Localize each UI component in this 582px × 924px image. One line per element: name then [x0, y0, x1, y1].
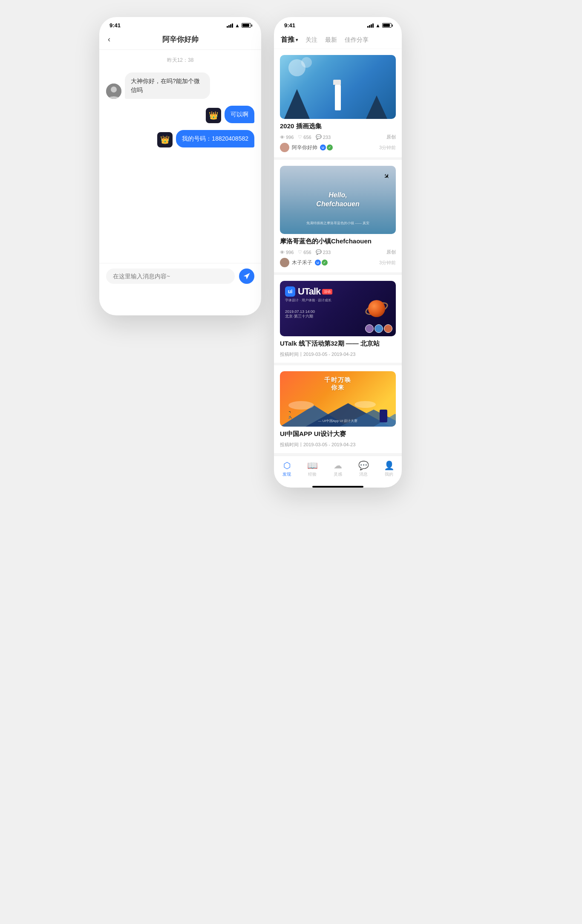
chat-input-bar: [99, 263, 261, 292]
nav-discover[interactable]: ⬡ 发现: [274, 460, 300, 477]
feed-card-2[interactable]: ✈ Hello,Chefchaouen 免满特插画之摩洛哥蓝色的小镇 —— 真安…: [274, 160, 402, 275]
feed-card-4[interactable]: 千时万唤你来 🚶 — UI中国App UI 设计大赛 UI中国APP UI设计大…: [274, 365, 402, 456]
chat-phone: 9:41 ▲ ‹ 阿辛你好帅 昨天12：38: [99, 17, 261, 315]
card-4-title: UI中国APP UI设计大赛: [280, 430, 396, 438]
sender-avatar-3: 👑: [157, 132, 173, 147]
card-2-title: 摩洛哥蓝色的小镇Chefchaouen: [280, 237, 396, 245]
svg-point-1: [111, 87, 117, 92]
bottom-nav: ⬡ 发现 📖 经验 ☁ 灵感 💬 消息 👤 我的: [274, 456, 402, 484]
stat-comments-2: 💬 233: [316, 249, 331, 255]
card-4-image: 千时万唤你来 🚶 — UI中国App UI 设计大赛: [280, 371, 396, 427]
utalk-date: 2019.07.13 14:00北京·第三十六期: [285, 309, 391, 319]
wifi-icon-right: ▲: [375, 23, 380, 29]
signal-icon: [227, 23, 233, 28]
experience-label: 经验: [308, 471, 317, 477]
feed-nav: 首推 ▾ 关注 最新 佳作分享: [274, 31, 402, 49]
author-name-1: 阿辛你好帅: [292, 144, 317, 151]
figure-icon: 🚶: [286, 411, 294, 419]
eye-icon-2: 👁: [280, 250, 285, 255]
card-4-date: 投稿时间丨2019-03-05 - 2019-04-23: [280, 442, 396, 448]
feed-card-3[interactable]: ui UTalk 活动 字体设计 · 用户体验 · 设计成长 2019.07.1…: [274, 275, 402, 365]
author-name-2: 木子禾子: [292, 259, 312, 266]
ui-logo: ui: [285, 286, 295, 297]
status-icons-right: ▲: [367, 23, 392, 29]
time-right: 9:41: [284, 22, 295, 29]
chat-title: 阿辛你好帅: [162, 35, 199, 44]
stat-views-2: 👁 996: [280, 250, 294, 255]
badge-check-1: ✓: [327, 144, 333, 150]
messages-label: 消息: [359, 471, 368, 477]
comp-phone-icon: [380, 410, 387, 422]
card-2-time: 3分钟前: [379, 260, 396, 266]
card-2-image: ✈ Hello,Chefchaouen 免满特插画之摩洛哥蓝色的小镇 —— 真安: [280, 166, 396, 234]
card-3-title: UTalk 线下活动第32期 —— 北京站: [280, 340, 396, 348]
utalk-badge: 活动: [322, 289, 332, 295]
competition-text: 千时万唤你来: [324, 376, 352, 392]
profile-icon: 👤: [384, 460, 395, 471]
sender-avatar-2: 👑: [206, 108, 221, 123]
nav-experience[interactable]: 📖 经验: [300, 460, 325, 477]
chat-message-2: 可以啊 👑: [106, 106, 254, 123]
utalk-logo: UTalk: [298, 286, 320, 297]
bubble-1: 大神你好，在吗?能加个微信吗: [125, 72, 210, 99]
card-3-image: ui UTalk 活动 字体设计 · 用户体验 · 设计成长 2019.07.1…: [280, 281, 396, 336]
nav-masterwork[interactable]: 佳作分享: [345, 36, 369, 44]
plane-icon: ✈: [382, 171, 392, 181]
status-icons-left: ▲: [227, 23, 251, 29]
profile-label: 我的: [385, 471, 393, 477]
card-1-title: 2020 插画选集: [280, 122, 396, 130]
card-2-stats: 👁 996 ♡ 656 💬 233 原创: [280, 249, 396, 255]
badge-check-2: ✓: [322, 260, 328, 266]
bubble-3: 我的号码：18820408582: [176, 130, 254, 147]
card-1-time: 3分钟前: [379, 144, 396, 151]
nav-messages[interactable]: 💬 消息: [351, 460, 376, 477]
nav-inspiration[interactable]: ☁ 灵感: [325, 460, 351, 477]
chat-header: ‹ 阿辛你好帅: [99, 31, 261, 50]
comp-sub-text: — UI中国App UI 设计大赛: [318, 419, 358, 423]
utalk-subtitle: 字体设计 · 用户体验 · 设计成长: [285, 298, 391, 303]
comment-icon-2: 💬: [316, 249, 322, 255]
morocco-sub: 免满特插画之摩洛哥蓝色的小镇 —— 真安: [306, 221, 369, 225]
badge-u-1: U: [320, 144, 326, 150]
inspiration-icon: ☁: [334, 460, 342, 471]
heart-icon: ♡: [298, 134, 302, 140]
svg-point-6: [288, 401, 314, 410]
chat-message-1: 大神你好，在吗?能加个微信吗: [106, 72, 254, 99]
messages-icon: 💬: [358, 460, 369, 471]
feed-body: 2020 插画选集 👁 996 ♡ 656 💬 233 原创: [274, 49, 402, 456]
badge-u-2: U: [315, 260, 321, 266]
eye-icon: 👁: [280, 135, 285, 140]
speaker-avatars: [365, 324, 392, 333]
page-wrapper: 9:41 ▲ ‹ 阿辛你好帅 昨天12：38: [99, 17, 483, 488]
chevron-down-icon: ▾: [296, 38, 298, 42]
battery-icon-right: [382, 23, 392, 28]
stat-comments-1: 💬 233: [316, 134, 331, 140]
nav-latest[interactable]: 最新: [325, 36, 337, 44]
nav-profile[interactable]: 👤 我的: [376, 460, 402, 477]
discover-label: 发现: [282, 471, 291, 477]
nav-following[interactable]: 关注: [305, 36, 317, 44]
discover-icon: ⬡: [283, 460, 291, 471]
status-bar-right: 9:41 ▲: [274, 17, 402, 31]
wifi-icon: ▲: [235, 23, 240, 29]
sender-avatar-1: [106, 84, 121, 99]
card-2-author: 木子禾子 U ✓ 3分钟前: [280, 258, 396, 267]
stat-views-1: 👁 996: [280, 135, 294, 140]
card-3-date: 投稿时间丨2019-03-05 - 2019-04-23: [280, 351, 396, 358]
send-button[interactable]: [239, 269, 254, 284]
bubble-2: 可以啊: [225, 106, 254, 123]
send-icon: [243, 272, 251, 280]
experience-icon: 📖: [307, 460, 318, 471]
stat-likes-2: ♡ 656: [298, 249, 311, 255]
back-button[interactable]: ‹: [108, 35, 110, 44]
signal-icon-right: [367, 23, 374, 28]
feed-phone: 9:41 ▲ 首推 ▾ 关注 最新 佳作分享: [274, 17, 402, 488]
time-left: 9:41: [109, 22, 121, 29]
chat-input[interactable]: [106, 269, 235, 284]
nav-featured[interactable]: 首推 ▾: [281, 35, 298, 44]
status-bar-left: 9:41 ▲: [99, 17, 261, 31]
battery-icon: [242, 23, 251, 28]
original-badge-2: 原创: [386, 249, 396, 255]
feed-card-1[interactable]: 2020 插画选集 👁 996 ♡ 656 💬 233 原创: [274, 49, 402, 160]
card-1-author: 阿辛你好帅 U ✓ 3分钟前: [280, 143, 396, 152]
